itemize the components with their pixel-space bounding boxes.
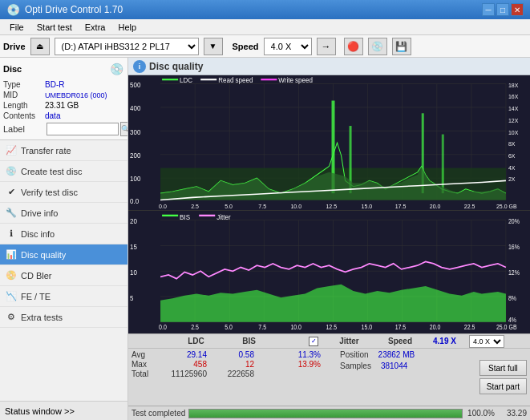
avg-label: Avg [131,350,160,359]
label-input[interactable] [47,123,119,135]
sidebar-item-drive-info[interactable]: 🔧 Drive info [0,203,127,224]
avg-jitter-val: 11.3% [277,350,321,359]
progress-label: Test completed [131,409,185,418]
max-label: Max [131,360,160,369]
svg-text:25.0 GB: 25.0 GB [496,204,517,210]
progress-track [188,409,463,418]
svg-text:12X: 12X [508,118,519,124]
samples-row: Samples 381044 [340,361,473,370]
svg-rect-51 [200,79,216,80]
svg-text:15: 15 [130,243,137,252]
max-ldc-val: 458 [163,360,207,369]
close-btn[interactable]: ✕ [511,3,524,16]
svg-rect-94 [199,215,215,216]
svg-text:0.0: 0.0 [159,324,167,332]
menu-help[interactable]: Help [111,21,143,34]
jitter-checkbox[interactable]: ✓ [309,337,318,346]
stats-headers: LDC BIS ✓ Jitter Speed 4.19 X 4.0 X 8.0 … [128,334,530,349]
drive-refresh-btn[interactable]: ▼ [204,38,223,55]
menu-file[interactable]: File [3,21,30,34]
progress-bar-container: Test completed 100.0% 33.29 [128,406,530,420]
svg-text:6X: 6X [508,153,516,160]
svg-text:12%: 12% [508,269,520,277]
svg-text:5: 5 [130,293,134,302]
maximize-btn[interactable]: □ [496,3,509,16]
dq-header-icon: i [133,60,146,73]
start-part-btn[interactable]: Start part [479,378,527,394]
drive-label: Drive [3,42,26,51]
speed-display-select[interactable]: 4.0 X 8.0 X [469,335,504,348]
svg-text:400: 400 [130,105,141,112]
minimize-btn[interactable]: ─ [482,3,495,16]
progress-value: 33.29 [498,409,527,418]
speed-arrow-icon[interactable]: → [317,38,336,55]
svg-text:LDC: LDC [180,77,192,84]
menu-start-test[interactable]: Start test [30,21,79,34]
svg-text:20.0: 20.0 [430,324,441,332]
content-area: i Disc quality [128,58,530,420]
disc-panel-icon: 💿 [108,61,124,77]
position-val: 23862 MB [378,350,415,359]
length-key: Length [3,101,45,110]
svg-text:15.0: 15.0 [362,204,373,210]
max-jitter-val: 13.9% [277,360,321,369]
svg-text:17.5: 17.5 [395,324,407,332]
speed-select[interactable]: 4.0 X 2.0 X 8.0 X [264,38,312,55]
total-label: Total [131,370,160,378]
lower-chart-svg: 20 15 10 5 20% 16% 12% 8% 4% 0.0 2.5 5.0 [128,211,530,333]
label-btn[interactable]: 🔍 [120,122,128,136]
drive-eject-icon[interactable]: ⏏ [30,38,50,55]
progress-pct: 100.0% [466,409,495,418]
sidebar-item-create-test-disc[interactable]: 💿 Create test disc [0,161,127,182]
svg-text:12.5: 12.5 [326,204,337,210]
svg-text:0.0: 0.0 [130,198,140,205]
stats-left-panel: Avg 29.14 0.58 11.3% Max 458 12 13.9% [128,349,337,406]
mid-key: MID [3,91,45,99]
sidebar-item-disc-info[interactable]: ℹ Disc info [0,224,127,244]
save-icon[interactable]: 💾 [392,38,411,55]
disc-panel-title: Disc [3,64,22,74]
svg-text:4%: 4% [508,316,516,324]
total-row: Total 11125960 222658 [131,370,334,378]
svg-text:7.5: 7.5 [258,324,266,332]
position-label: Position [340,350,369,359]
avg-ldc-val: 29.14 [163,350,207,359]
svg-text:10.0: 10.0 [290,204,301,210]
sidebar-item-transfer-rate[interactable]: 📈 Transfer rate [0,140,127,161]
menu-bar: File Start test Extra Help [0,19,530,35]
menu-extra[interactable]: Extra [79,21,112,34]
svg-rect-53 [261,79,277,80]
upper-chart: 500 400 300 200 100 0.0 18X 16X 14X 12X … [128,75,530,211]
svg-text:4X: 4X [508,165,516,172]
svg-text:100: 100 [130,176,141,183]
speed-label: Speed [233,42,259,51]
samples-val: 381044 [381,361,407,370]
drive-select[interactable]: (D:) ATAPI iHBS312 2 PL17 [55,38,199,55]
disc-quality-label: Disc quality [21,250,66,260]
create-test-disc-label: Create test disc [21,167,82,176]
svg-text:8X: 8X [508,141,516,147]
disc-icon[interactable]: 💿 [368,38,387,55]
status-window-btn[interactable]: Status window >> [0,401,127,420]
sidebar-item-cd-bler[interactable]: 📀 CD Bler [0,265,127,286]
sidebar-item-verify-test-disc[interactable]: ✔ Verify test disc [0,182,127,203]
sidebar: Disc 💿 Type BD-R MID UMEBDR016 (000) Len… [0,58,128,420]
action-buttons: Start full Start part [476,349,530,406]
start-full-btn[interactable]: Start full [479,360,527,376]
sidebar-item-fe-te[interactable]: 📉 FE / TE [0,286,127,307]
position-row: Position 23862 MB [340,350,473,359]
upper-chart-svg: 500 400 300 200 100 0.0 18X 16X 14X 12X … [128,75,530,210]
label-key: Label [3,124,45,134]
sidebar-item-disc-quality[interactable]: 📊 Disc quality [0,244,127,265]
svg-text:500: 500 [130,82,141,89]
drive-info-label: Drive info [21,208,58,218]
sidebar-item-extra-tests[interactable]: ⚙ Extra tests [0,307,127,328]
burn-icon[interactable]: 🔴 [344,38,363,55]
total-ldc-val: 11125960 [163,370,207,378]
svg-text:22.5: 22.5 [464,204,475,210]
disc-panel: Disc 💿 Type BD-R MID UMEBDR016 (000) Len… [0,58,127,140]
main-area: Disc 💿 Type BD-R MID UMEBDR016 (000) Len… [0,58,530,420]
svg-text:14X: 14X [508,106,519,112]
mid-value: UMEBDR016 (000) [45,91,107,99]
svg-text:0.0: 0.0 [159,204,167,210]
